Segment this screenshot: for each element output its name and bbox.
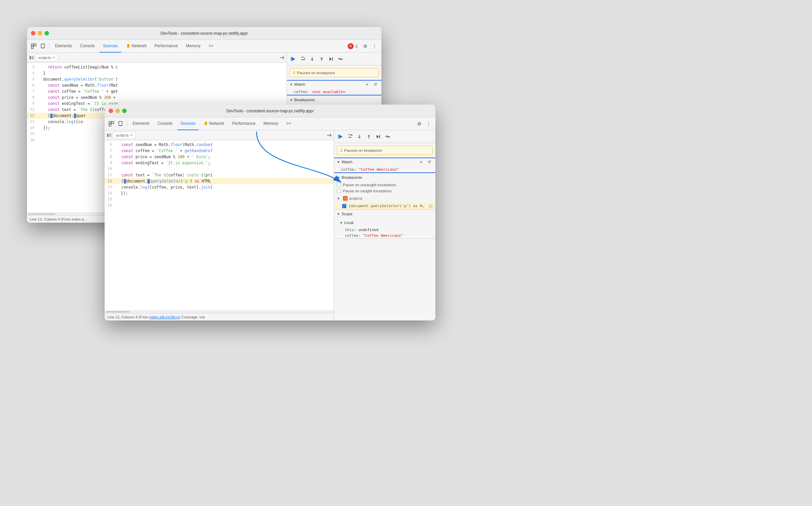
tab-performance-back[interactable]: Performance [151, 40, 181, 53]
sidebar-toggle-front[interactable] [106, 132, 113, 139]
watch-header-front[interactable]: ▼ Watch + ↺ [334, 158, 435, 166]
watch-section-back-wrapper: ▼ Watch + ↺ coffee: <not available> [287, 80, 381, 95]
breakpoints-section-front: ▼ Breakpoints Pause on uncaught exceptio… [334, 173, 435, 209]
step-out-btn-back[interactable] [318, 55, 325, 63]
tab-console-front[interactable]: Console [154, 117, 176, 130]
minimize-button-front[interactable] [115, 109, 120, 113]
tab-performance-front[interactable]: Performance [229, 117, 259, 130]
svg-rect-27 [327, 135, 331, 136]
svg-rect-4 [42, 48, 44, 49]
tab-sources-back[interactable]: Sources [100, 40, 121, 53]
watch-triangle-front: ▼ [337, 160, 340, 164]
refresh-watch-btn-back[interactable]: ↺ [372, 81, 379, 88]
watch-section-front: ▼ Watch + ↺ coffee: "Coffee Americano" [334, 158, 435, 173]
step-over-btn-front[interactable] [346, 133, 354, 140]
sidebar-toggle-back[interactable] [28, 54, 35, 61]
title-bar-front: DevTools - consistent-source-map-pc.netl… [105, 105, 435, 117]
source-tab-bar-back: script.ts ✕ [27, 53, 287, 63]
bp-check-caught-front[interactable] [337, 189, 341, 193]
info-icon-back: ℹ [293, 70, 295, 75]
source-file-tab-back[interactable]: script.ts ✕ [35, 54, 58, 61]
svg-marker-35 [368, 135, 370, 136]
code-editor-front[interactable]: 6 const seedNum = Math.floor(Math.random… [105, 140, 334, 310]
refresh-watch-btn-front[interactable]: ↺ [426, 159, 433, 165]
bp-file-icon-front: TS [343, 196, 348, 201]
tab-elements-front[interactable]: Elements [129, 117, 153, 130]
svg-rect-9 [291, 57, 292, 61]
step-into-btn-front[interactable] [356, 133, 363, 140]
step-btn-back[interactable] [327, 55, 335, 63]
tab-memory-front[interactable]: Memory [260, 117, 281, 130]
close-button-back[interactable] [31, 31, 35, 35]
step-over-btn-back[interactable] [299, 55, 306, 63]
code-line-8-front: 8 const price = seedNum % 100 + ' Euro'; [105, 154, 334, 160]
maximize-button-back[interactable] [45, 31, 49, 35]
bp-check-uncaught-front[interactable] [337, 183, 341, 187]
step-out-btn-front[interactable] [365, 133, 373, 140]
bp-file-triangle-front: ▼ [337, 197, 340, 200]
tab-console-back[interactable]: Console [77, 40, 98, 53]
inspect-icon-front[interactable] [107, 120, 115, 128]
svg-rect-10 [301, 59, 304, 60]
resume-btn-back[interactable] [290, 55, 297, 63]
tab-more-back[interactable]: >> [205, 40, 217, 53]
inspect-icon[interactable] [30, 42, 38, 50]
breakpoints-header-front[interactable]: ▼ Breakpoints [334, 173, 435, 182]
bp-item-caught-front: Pause on caught exceptions [334, 188, 435, 194]
devtools-window-front: DevTools - consistent-source-map-pc.netl… [105, 105, 435, 320]
devtools-content-front: script.ts ✕ 6 const seedNum = Math.floor… [105, 130, 435, 320]
watch-header-back[interactable]: ▼ Watch + ↺ [287, 80, 381, 89]
scope-header-front[interactable]: ▼ Scope [334, 209, 435, 218]
close-button-front[interactable] [109, 109, 113, 113]
add-watch-btn-back[interactable]: + [364, 81, 371, 88]
watch-section-back: ▼ Watch + ↺ coffee: <not available> [287, 80, 381, 95]
code-line-13-front: 13 console.log([coffee, price, text].joi… [105, 184, 334, 190]
watch-actions-back: + ↺ [364, 81, 379, 88]
code-line-14-front: 14 }); [105, 190, 334, 196]
code-line-9-front: 9 const endingText = 'It is expensive.'; [105, 160, 334, 166]
breakpoints-header-back[interactable]: ▼ Breakpoints [287, 95, 381, 104]
svg-rect-25 [107, 134, 108, 137]
source-nav-more-back[interactable] [278, 54, 285, 61]
maximize-button-front[interactable] [122, 109, 127, 113]
source-file-tab-front[interactable]: script.ts ✕ [113, 132, 136, 139]
tab-elements-back[interactable]: Elements [52, 40, 75, 53]
deactivate-btn-front[interactable] [384, 133, 391, 140]
window-title-back: DevTools - consistent-source-map-pc.netl… [161, 31, 248, 36]
watch-item-front: coffee: "Coffee Americano" [334, 166, 435, 173]
paused-banner-front: ℹ Paused on breakpoint [337, 146, 433, 155]
tab-more-front[interactable]: >> [283, 117, 294, 130]
step-btn-front[interactable] [375, 133, 382, 140]
close-file-tab-back[interactable]: ✕ [52, 56, 55, 59]
bp-entry-check-front[interactable] [342, 204, 346, 208]
settings-icon-front[interactable]: ⚙ [415, 120, 423, 128]
deactivate-btn-back[interactable] [337, 55, 344, 63]
source-nav-more-front[interactable] [326, 132, 332, 139]
scope-local-header-front[interactable]: ▼ Local [334, 218, 435, 227]
bp-file-header-front[interactable]: ▼ TS script.ts [334, 194, 435, 203]
settings-icon-back[interactable]: ⚙ [361, 42, 369, 50]
devtools-tabs-back: Elements Console Sources Network Perform… [27, 40, 381, 53]
minimize-button-back[interactable] [38, 31, 42, 35]
svg-rect-26 [109, 134, 111, 137]
svg-rect-24 [120, 125, 121, 126]
more-icon-front[interactable]: ⋮ [425, 120, 433, 128]
device-icon[interactable] [39, 42, 47, 50]
h-scrollbar-front[interactable] [105, 310, 334, 313]
code-line-11-front: 11 const text = `The ${coffee} costs ${p… [105, 172, 334, 178]
close-file-tab-front[interactable]: ✕ [130, 133, 133, 137]
resume-btn-front[interactable] [337, 133, 344, 140]
device-icon-front[interactable] [117, 120, 125, 128]
status-link-front[interactable]: index.a8c1ec6b.js [150, 315, 179, 319]
step-into-btn-back[interactable] [308, 55, 316, 63]
tab-network-front[interactable]: Network [200, 117, 227, 130]
code-line-15-front: 15 [105, 196, 334, 202]
add-watch-btn-front[interactable]: + [418, 159, 425, 165]
tab-network-back[interactable]: Network [123, 40, 150, 53]
svg-marker-15 [320, 57, 323, 59]
more-icon-back[interactable]: ⋮ [371, 42, 379, 50]
tab-sources-front[interactable]: Sources [177, 117, 199, 130]
svg-marker-36 [377, 135, 379, 138]
svg-rect-29 [338, 135, 339, 139]
tab-memory-back[interactable]: Memory [183, 40, 204, 53]
